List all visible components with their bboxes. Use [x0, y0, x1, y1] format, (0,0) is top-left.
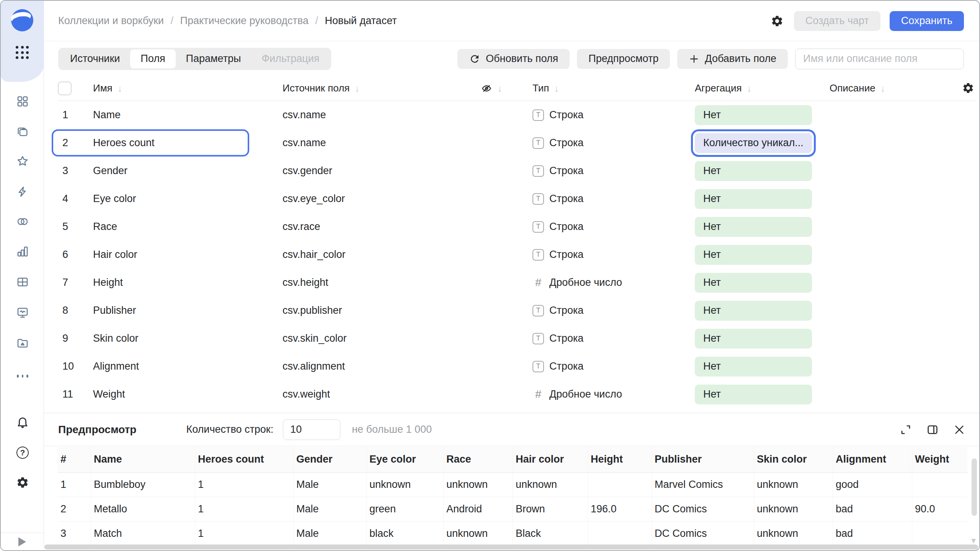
nav-storage-icon[interactable]	[15, 336, 30, 350]
refresh-fields-button[interactable]: Обновить поля	[457, 49, 570, 69]
split-view-icon[interactable]	[926, 424, 939, 436]
create-chart-button[interactable]: Создать чарт	[794, 11, 880, 31]
breadcrumb-guides[interactable]: Практические руководства	[180, 15, 309, 26]
aggregation-value[interactable]: Нет	[695, 105, 812, 125]
field-type[interactable]: TСтрока	[532, 137, 695, 149]
field-aggregation[interactable]: Нет	[695, 329, 830, 349]
field-aggregation[interactable]: Нет	[695, 245, 830, 265]
breadcrumb-collections[interactable]: Коллекции и воркбуки	[58, 15, 164, 26]
aggregation-value[interactable]: Нет	[695, 217, 812, 237]
field-aggregation[interactable]: Нет	[695, 189, 830, 209]
field-type[interactable]: TСтрока	[532, 305, 695, 316]
field-row[interactable]: 11 Weight csv.weight #Дробное число Нет	[58, 380, 977, 408]
field-name[interactable]: Race	[93, 221, 283, 233]
field-row-selected[interactable]: 2 Heroes count csv.name TСтрока Количест…	[58, 129, 977, 157]
col-source-label[interactable]: Источник поля	[283, 82, 350, 94]
field-type[interactable]: TСтрока	[532, 109, 695, 121]
save-button[interactable]: Сохранить	[890, 11, 964, 31]
field-aggregation[interactable]: Нет	[695, 273, 830, 293]
field-type[interactable]: TСтрока	[532, 360, 695, 372]
field-type[interactable]: TСтрока	[532, 221, 695, 233]
field-type[interactable]: TСтрока	[532, 193, 695, 205]
field-aggregation[interactable]: Нет	[695, 301, 830, 321]
sort-icon[interactable]: ↓	[118, 83, 122, 94]
nav-collections-icon[interactable]	[15, 125, 30, 139]
field-aggregation[interactable]: Нет	[695, 357, 830, 377]
field-row[interactable]: 8 Publisher csv.publisher TСтрока Нет	[58, 297, 977, 324]
tab-parameters[interactable]: Параметры	[176, 49, 252, 68]
field-type[interactable]: TСтрока	[532, 165, 695, 177]
aggregation-value[interactable]: Нет	[695, 329, 812, 349]
field-type[interactable]: TСтрока	[532, 249, 695, 261]
aggregation-value[interactable]: Нет	[695, 189, 812, 209]
add-field-button[interactable]: Добавить поле	[677, 49, 788, 69]
field-type[interactable]: #Дробное число	[532, 276, 695, 289]
field-row[interactable]: 1 Name csv.name TСтрока Нет	[58, 101, 977, 129]
settings-gear-icon[interactable]	[15, 475, 30, 490]
field-name[interactable]: Hair color	[93, 249, 283, 261]
field-type[interactable]: TСтрока	[532, 333, 695, 344]
sort-icon[interactable]: ↓	[554, 83, 559, 94]
tab-sources[interactable]: Источники	[60, 49, 130, 68]
field-name[interactable]: Alignment	[93, 360, 283, 372]
field-row[interactable]: 7 Height csv.height #Дробное число Нет	[58, 269, 977, 297]
field-name[interactable]: Height	[93, 277, 283, 289]
field-name[interactable]: Heroes count	[93, 137, 283, 149]
field-name[interactable]: Eye color	[93, 193, 283, 205]
horizontal-scrollbar[interactable]	[44, 544, 978, 549]
help-icon[interactable]: ?	[15, 445, 30, 460]
expand-sidebar-icon[interactable]	[18, 537, 26, 546]
field-name[interactable]: Gender	[93, 165, 283, 177]
field-row[interactable]: 5 Race csv.race TСтрока Нет	[58, 213, 977, 241]
field-aggregation[interactable]: Нет	[695, 217, 830, 237]
dataset-settings-gear-icon[interactable]	[769, 13, 785, 29]
field-search-input[interactable]	[795, 49, 964, 69]
field-name[interactable]: Skin color	[93, 333, 283, 344]
nav-charts-icon[interactable]	[15, 244, 30, 259]
field-row[interactable]: 4 Eye color csv.eye_color TСтрока Нет	[58, 185, 977, 213]
aggregation-value[interactable]: Нет	[695, 301, 812, 321]
expand-preview-icon[interactable]	[900, 424, 912, 436]
sort-icon[interactable]: ↓	[747, 83, 752, 94]
col-aggregation-label[interactable]: Агрегация	[695, 82, 742, 94]
nav-more-icon[interactable]	[15, 369, 30, 383]
nav-dashboards-icon[interactable]	[15, 305, 30, 320]
col-description-label[interactable]: Описание	[830, 82, 875, 94]
notifications-bell-icon[interactable]	[15, 415, 30, 429]
select-all-checkbox[interactable]	[58, 82, 72, 95]
aggregation-value[interactable]: Нет	[695, 245, 812, 265]
hidden-eye-icon[interactable]	[481, 83, 492, 94]
col-type-label[interactable]: Тип	[532, 82, 549, 94]
scroll-down-icon[interactable]: ▼	[970, 536, 977, 545]
nav-flash-icon[interactable]	[15, 184, 30, 199]
preview-toggle-button[interactable]: Предпросмотр	[577, 49, 670, 69]
sort-icon[interactable]: ↓	[497, 83, 502, 94]
sort-icon[interactable]: ↓	[354, 83, 359, 94]
sort-icon[interactable]: ↓	[880, 83, 885, 94]
aggregation-value-selected[interactable]: Количество уникал...	[695, 133, 812, 153]
aggregation-value[interactable]: Нет	[695, 357, 812, 377]
field-row[interactable]: 3 Gender csv.gender TСтрока Нет	[58, 157, 977, 185]
field-row[interactable]: 6 Hair color csv.hair_color TСтрока Нет	[58, 241, 977, 269]
field-row[interactable]: 10 Alignment csv.alignment TСтрока Нет	[58, 352, 977, 380]
close-preview-icon[interactable]	[953, 424, 965, 436]
tab-fields[interactable]: Поля	[130, 49, 175, 68]
aggregation-value[interactable]: Нет	[695, 385, 812, 404]
aggregation-value[interactable]: Нет	[695, 161, 812, 181]
field-row[interactable]: 9 Skin color csv.skin_color TСтрока Нет	[58, 324, 977, 352]
apps-grid-icon[interactable]	[16, 46, 29, 60]
field-name[interactable]: Publisher	[93, 305, 283, 316]
field-type[interactable]: #Дробное число	[532, 388, 695, 401]
rows-count-input[interactable]	[283, 419, 340, 440]
field-aggregation[interactable]: Нет	[695, 161, 830, 181]
vertical-scrollbar-thumb[interactable]	[972, 458, 977, 516]
field-name[interactable]: Weight	[93, 388, 283, 400]
table-settings-gear-icon[interactable]	[962, 82, 974, 97]
field-name[interactable]: Name	[93, 109, 283, 121]
datalens-logo-icon[interactable]	[11, 9, 33, 31]
nav-tiles-icon[interactable]	[15, 94, 30, 109]
field-aggregation[interactable]: Количество уникал...	[695, 133, 830, 153]
aggregation-value[interactable]: Нет	[695, 273, 812, 293]
nav-favorites-icon[interactable]	[15, 154, 30, 168]
nav-tables-icon[interactable]	[15, 275, 30, 289]
